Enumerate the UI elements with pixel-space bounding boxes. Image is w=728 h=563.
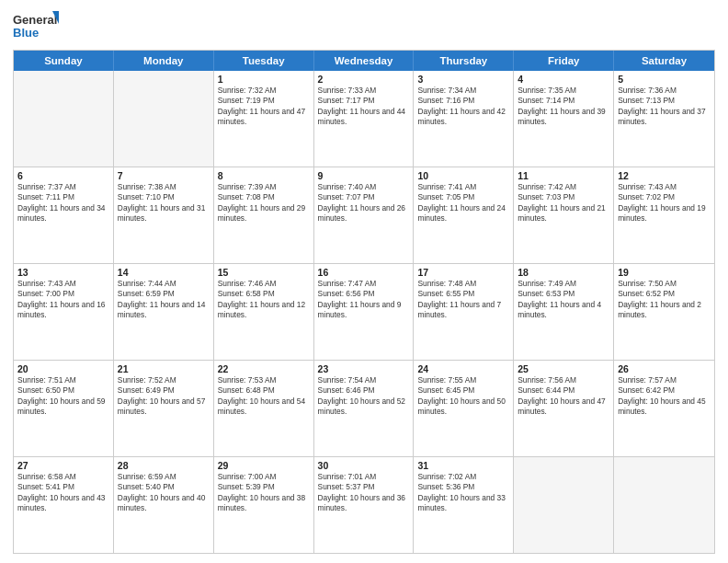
day-info: Sunrise: 6:58 AM Sunset: 5:41 PM Dayligh… xyxy=(17,472,109,513)
cal-cell xyxy=(614,457,714,553)
day-number: 28 xyxy=(118,460,210,471)
cal-cell: 19 Sunrise: 7:50 AM Sunset: 6:52 PM Dayl… xyxy=(614,264,714,360)
cal-cell: 20 Sunrise: 7:51 AM Sunset: 6:50 PM Dayl… xyxy=(14,361,114,456)
header-day-saturday: Saturday xyxy=(614,51,714,71)
day-number: 30 xyxy=(318,460,410,471)
cal-cell: 13 Sunrise: 7:43 AM Sunset: 7:00 PM Dayl… xyxy=(14,264,114,360)
day-number: 22 xyxy=(218,363,310,374)
cal-cell: 8 Sunrise: 7:39 AM Sunset: 7:08 PM Dayli… xyxy=(214,167,314,263)
cal-cell: 15 Sunrise: 7:46 AM Sunset: 6:58 PM Dayl… xyxy=(214,264,314,360)
week-row-2: 6 Sunrise: 7:37 AM Sunset: 7:11 PM Dayli… xyxy=(14,167,714,263)
day-number: 27 xyxy=(17,460,109,471)
day-number: 23 xyxy=(318,363,410,374)
day-number: 1 xyxy=(218,74,310,85)
header-day-friday: Friday xyxy=(514,51,614,71)
day-number: 7 xyxy=(118,170,210,181)
day-number: 8 xyxy=(218,170,310,181)
cal-cell: 29 Sunrise: 7:00 AM Sunset: 5:39 PM Dayl… xyxy=(214,457,314,553)
svg-text:Blue: Blue xyxy=(13,26,39,40)
day-info: Sunrise: 7:33 AM Sunset: 7:17 PM Dayligh… xyxy=(318,86,410,127)
day-number: 5 xyxy=(618,74,711,85)
cal-cell: 22 Sunrise: 7:53 AM Sunset: 6:48 PM Dayl… xyxy=(214,361,314,456)
day-info: Sunrise: 7:37 AM Sunset: 7:11 PM Dayligh… xyxy=(17,182,109,224)
day-number: 24 xyxy=(417,363,509,374)
day-number: 14 xyxy=(118,267,210,278)
cal-cell: 25 Sunrise: 7:56 AM Sunset: 6:44 PM Dayl… xyxy=(514,361,614,456)
day-info: Sunrise: 7:02 AM Sunset: 5:36 PM Dayligh… xyxy=(417,472,509,513)
week-row-3: 13 Sunrise: 7:43 AM Sunset: 7:00 PM Dayl… xyxy=(14,263,714,360)
calendar-header-row: SundayMondayTuesdayWednesdayThursdayFrid… xyxy=(14,51,714,71)
day-info: Sunrise: 7:48 AM Sunset: 6:55 PM Dayligh… xyxy=(417,279,509,320)
svg-text:General: General xyxy=(13,13,57,27)
day-number: 12 xyxy=(618,170,711,181)
day-info: Sunrise: 7:47 AM Sunset: 6:56 PM Dayligh… xyxy=(318,279,410,320)
day-info: Sunrise: 7:00 AM Sunset: 5:39 PM Dayligh… xyxy=(218,472,310,513)
day-number: 16 xyxy=(318,267,410,278)
day-number: 29 xyxy=(218,460,310,471)
cal-cell: 26 Sunrise: 7:57 AM Sunset: 6:42 PM Dayl… xyxy=(614,361,714,456)
day-number: 3 xyxy=(417,74,509,85)
logo-svg: General Blue xyxy=(13,9,59,44)
day-number: 21 xyxy=(118,363,210,374)
cal-cell: 11 Sunrise: 7:42 AM Sunset: 7:03 PM Dayl… xyxy=(514,167,614,263)
day-number: 15 xyxy=(218,267,310,278)
calendar-body: 1 Sunrise: 7:32 AM Sunset: 7:19 PM Dayli… xyxy=(14,71,714,553)
day-number: 26 xyxy=(618,363,711,374)
day-info: Sunrise: 7:52 AM Sunset: 6:49 PM Dayligh… xyxy=(118,375,210,417)
cal-cell xyxy=(114,71,214,167)
day-number: 2 xyxy=(318,74,410,85)
cal-cell: 27 Sunrise: 6:58 AM Sunset: 5:41 PM Dayl… xyxy=(14,457,114,553)
cal-cell: 12 Sunrise: 7:43 AM Sunset: 7:02 PM Dayl… xyxy=(614,167,714,263)
day-info: Sunrise: 7:35 AM Sunset: 7:14 PM Dayligh… xyxy=(518,86,609,127)
day-info: Sunrise: 6:59 AM Sunset: 5:40 PM Dayligh… xyxy=(118,472,210,513)
week-row-5: 27 Sunrise: 6:58 AM Sunset: 5:41 PM Dayl… xyxy=(14,456,714,553)
day-info: Sunrise: 7:46 AM Sunset: 6:58 PM Dayligh… xyxy=(218,279,310,320)
day-info: Sunrise: 7:49 AM Sunset: 6:53 PM Dayligh… xyxy=(518,279,609,320)
day-info: Sunrise: 7:44 AM Sunset: 6:59 PM Dayligh… xyxy=(118,279,210,320)
day-info: Sunrise: 7:43 AM Sunset: 7:00 PM Dayligh… xyxy=(17,279,109,320)
cal-cell: 4 Sunrise: 7:35 AM Sunset: 7:14 PM Dayli… xyxy=(514,71,614,167)
header-day-sunday: Sunday xyxy=(14,51,114,71)
cal-cell: 23 Sunrise: 7:54 AM Sunset: 6:46 PM Dayl… xyxy=(314,361,415,456)
cal-cell: 31 Sunrise: 7:02 AM Sunset: 5:36 PM Dayl… xyxy=(414,457,514,553)
day-info: Sunrise: 7:32 AM Sunset: 7:19 PM Dayligh… xyxy=(218,86,310,127)
logo: General Blue xyxy=(13,9,59,44)
day-number: 4 xyxy=(518,74,609,85)
day-info: Sunrise: 7:56 AM Sunset: 6:44 PM Dayligh… xyxy=(518,375,609,417)
cal-cell: 24 Sunrise: 7:55 AM Sunset: 6:45 PM Dayl… xyxy=(414,361,514,456)
day-number: 18 xyxy=(518,267,609,278)
cal-cell: 6 Sunrise: 7:37 AM Sunset: 7:11 PM Dayli… xyxy=(14,167,114,263)
cal-cell: 9 Sunrise: 7:40 AM Sunset: 7:07 PM Dayli… xyxy=(314,167,415,263)
cal-cell: 28 Sunrise: 6:59 AM Sunset: 5:40 PM Dayl… xyxy=(114,457,214,553)
cal-cell: 14 Sunrise: 7:44 AM Sunset: 6:59 PM Dayl… xyxy=(114,264,214,360)
page: General Blue SundayMondayTuesdayWednesda… xyxy=(0,0,728,563)
day-info: Sunrise: 7:34 AM Sunset: 7:16 PM Dayligh… xyxy=(417,86,509,127)
cal-cell: 5 Sunrise: 7:36 AM Sunset: 7:13 PM Dayli… xyxy=(614,71,714,167)
day-info: Sunrise: 7:38 AM Sunset: 7:10 PM Dayligh… xyxy=(118,182,210,224)
header-day-tuesday: Tuesday xyxy=(214,51,314,71)
day-info: Sunrise: 7:50 AM Sunset: 6:52 PM Dayligh… xyxy=(618,279,711,320)
day-number: 20 xyxy=(17,363,109,374)
header-day-wednesday: Wednesday xyxy=(314,51,415,71)
cal-cell: 16 Sunrise: 7:47 AM Sunset: 6:56 PM Dayl… xyxy=(314,264,415,360)
header: General Blue xyxy=(13,9,715,44)
day-info: Sunrise: 7:01 AM Sunset: 5:37 PM Dayligh… xyxy=(318,472,410,513)
cal-cell: 3 Sunrise: 7:34 AM Sunset: 7:16 PM Dayli… xyxy=(414,71,514,167)
day-info: Sunrise: 7:36 AM Sunset: 7:13 PM Dayligh… xyxy=(618,86,711,127)
cal-cell: 2 Sunrise: 7:33 AM Sunset: 7:17 PM Dayli… xyxy=(314,71,415,167)
day-info: Sunrise: 7:51 AM Sunset: 6:50 PM Dayligh… xyxy=(17,375,109,417)
day-number: 31 xyxy=(417,460,509,471)
day-number: 19 xyxy=(618,267,711,278)
week-row-4: 20 Sunrise: 7:51 AM Sunset: 6:50 PM Dayl… xyxy=(14,360,714,456)
day-number: 9 xyxy=(318,170,410,181)
day-info: Sunrise: 7:41 AM Sunset: 7:05 PM Dayligh… xyxy=(417,182,509,224)
cal-cell: 21 Sunrise: 7:52 AM Sunset: 6:49 PM Dayl… xyxy=(114,361,214,456)
day-info: Sunrise: 7:40 AM Sunset: 7:07 PM Dayligh… xyxy=(318,182,410,224)
day-number: 13 xyxy=(17,267,109,278)
week-row-1: 1 Sunrise: 7:32 AM Sunset: 7:19 PM Dayli… xyxy=(14,71,714,167)
day-number: 6 xyxy=(17,170,109,181)
cal-cell xyxy=(514,457,614,553)
cal-cell: 30 Sunrise: 7:01 AM Sunset: 5:37 PM Dayl… xyxy=(314,457,415,553)
day-info: Sunrise: 7:42 AM Sunset: 7:03 PM Dayligh… xyxy=(518,182,609,224)
calendar: SundayMondayTuesdayWednesdayThursdayFrid… xyxy=(13,50,715,554)
